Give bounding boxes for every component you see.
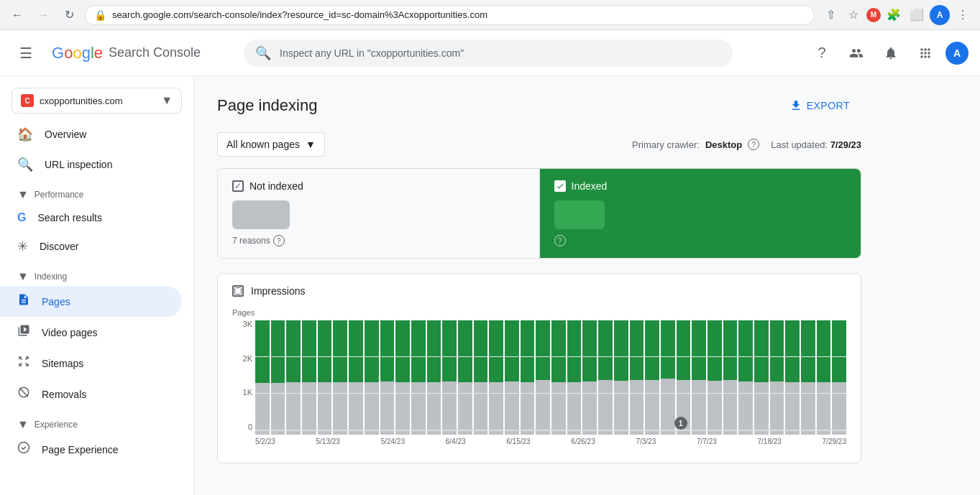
bar-group: [614, 320, 628, 435]
search-placeholder: Inspect any URL in "cxopportunities.com": [280, 47, 464, 59]
indexed-checkbox[interactable]: [554, 180, 566, 192]
not-indexed-label: Not indexed: [249, 180, 303, 192]
bar-group: [411, 320, 426, 435]
address-bar[interactable]: 🔒 search.google.com/search-console/index…: [85, 5, 815, 25]
bar-group: [770, 320, 784, 435]
not-indexed-checkbox[interactable]: ✓: [232, 180, 244, 192]
performance-section-label[interactable]: ▼ Performance: [0, 180, 193, 204]
filter-label: All known pages: [226, 139, 300, 150]
bar-indexed: [458, 320, 472, 382]
bar-indexed: [255, 320, 270, 383]
x-label-7: 7/3/23: [636, 438, 656, 445]
crawler-help-icon[interactable]: ?: [748, 139, 759, 150]
google-g-icon: G: [17, 211, 26, 224]
sidebar-item-label: URL inspection: [45, 159, 112, 170]
bar-not-indexed: [723, 380, 738, 435]
indexed-count: [554, 200, 605, 229]
experience-section-label[interactable]: ▼ Experience: [0, 410, 193, 434]
help-button[interactable]: ?: [807, 39, 836, 68]
sidebar-item-page-experience[interactable]: Page Experience: [0, 434, 182, 465]
not-indexed-sub: 7 reasons ?: [232, 235, 525, 246]
svg-line-1: [19, 388, 28, 397]
bar-indexed: [567, 320, 582, 382]
bar-indexed: [738, 320, 753, 381]
hamburger-button[interactable]: ☰: [12, 39, 40, 68]
bar-indexed: [770, 320, 784, 381]
logo-area: Google Search Console: [52, 44, 201, 63]
export-button[interactable]: EXPORT: [778, 93, 861, 118]
home-icon: 🏠: [17, 126, 33, 142]
search-bar[interactable]: 🔍 Inspect any URL in "cxopportunities.co…: [244, 40, 733, 67]
bar-not-indexed: [536, 380, 550, 435]
profile-button[interactable]: A: [930, 5, 950, 25]
bar-not-indexed: [521, 382, 535, 435]
menu-button[interactable]: ⋮: [953, 5, 973, 25]
y-label-0: 0: [232, 422, 252, 431]
bar-indexed: [380, 320, 395, 381]
bar-group: [551, 320, 566, 435]
property-dropdown-arrow: ▼: [161, 94, 173, 107]
bar-group: [754, 320, 769, 435]
url-text: search.google.com/search-console/index?r…: [112, 9, 487, 20]
bar-not-indexed: [614, 381, 628, 435]
puzzle-button[interactable]: 🧩: [884, 5, 904, 25]
notifications-button[interactable]: [876, 39, 905, 68]
share-button[interactable]: ⇧: [820, 5, 841, 25]
sidebar-item-discover[interactable]: ✳ Discover: [0, 231, 182, 262]
discover-icon: ✳: [17, 239, 28, 254]
bar-not-indexed: [817, 382, 831, 435]
sidebar-item-removals[interactable]: Removals: [0, 379, 182, 410]
not-indexed-count-container: [232, 200, 525, 229]
sidebar-item-url-inspection[interactable]: 🔍 URL inspection: [0, 149, 182, 180]
impressions-checkbox[interactable]: [232, 285, 244, 297]
bar-indexed: [817, 320, 831, 382]
app-container: ☰ Google Search Console 🔍 Inspect any UR…: [0, 30, 980, 495]
forward-button[interactable]: →: [33, 5, 53, 25]
bar-not-indexed: [505, 381, 519, 435]
search-icon: 🔍: [255, 45, 271, 61]
sidebar-item-video-pages[interactable]: Video pages: [0, 317, 182, 348]
bar-indexed: [707, 320, 722, 381]
sidebar-item-search-results[interactable]: G Search results: [0, 204, 182, 231]
property-selector[interactable]: C cxopportunities.com ▼: [12, 88, 182, 114]
window-button[interactable]: ⬜: [907, 5, 927, 25]
search-bar-container: 🔍 Inspect any URL in "cxopportunities.co…: [244, 40, 733, 67]
sidebar-item-label: Removals: [42, 389, 86, 400]
back-button[interactable]: ←: [7, 5, 27, 25]
bar-not-indexed: [458, 382, 472, 435]
bar-group: [832, 320, 846, 435]
sidebar-item-pages[interactable]: Pages: [0, 286, 182, 317]
x-label-9: 7/18/23: [758, 438, 782, 445]
y-axis-label: Pages: [232, 308, 846, 317]
sidebar-item-sitemaps[interactable]: Sitemaps: [0, 348, 182, 379]
section-title: Performance: [35, 190, 84, 200]
chart: Pages 3K 2K 1K 0: [232, 308, 846, 451]
x-label-1: 5/2/23: [255, 438, 275, 445]
bar-group: [738, 320, 753, 435]
bar-indexed: [395, 320, 410, 382]
apps-button[interactable]: [911, 39, 940, 68]
filter-dropdown[interactable]: All known pages ▼: [217, 132, 325, 157]
bar-not-indexed: [302, 382, 316, 435]
bookmark-button[interactable]: ☆: [843, 5, 864, 25]
bar-indexed: [801, 320, 815, 382]
sidebar-item-overview[interactable]: 🏠 Overview: [0, 119, 182, 149]
bar-group: [567, 320, 582, 435]
reload-button[interactable]: ↻: [59, 5, 79, 25]
x-label-10: 7/29/23: [823, 438, 846, 445]
bar-group: [271, 320, 285, 435]
not-indexed-help-icon[interactable]: ?: [273, 235, 285, 246]
indexed-help-icon[interactable]: ?: [554, 235, 566, 246]
avatar[interactable]: A: [945, 42, 968, 65]
indexing-section-label[interactable]: ▼ Indexing: [0, 262, 193, 286]
bar-group: [333, 320, 347, 435]
chart-section: Impressions Pages 3K 2K 1K 0: [217, 273, 861, 463]
bar-group: [255, 320, 270, 435]
x-label-5: 6/15/23: [506, 438, 530, 445]
bar-group: [365, 320, 379, 435]
bar-not-indexed: [754, 382, 769, 435]
sidebar-item-label: Pages: [42, 296, 70, 307]
users-button[interactable]: [842, 39, 871, 68]
bar-not-indexed: [551, 382, 566, 435]
search-icon: 🔍: [17, 157, 33, 172]
